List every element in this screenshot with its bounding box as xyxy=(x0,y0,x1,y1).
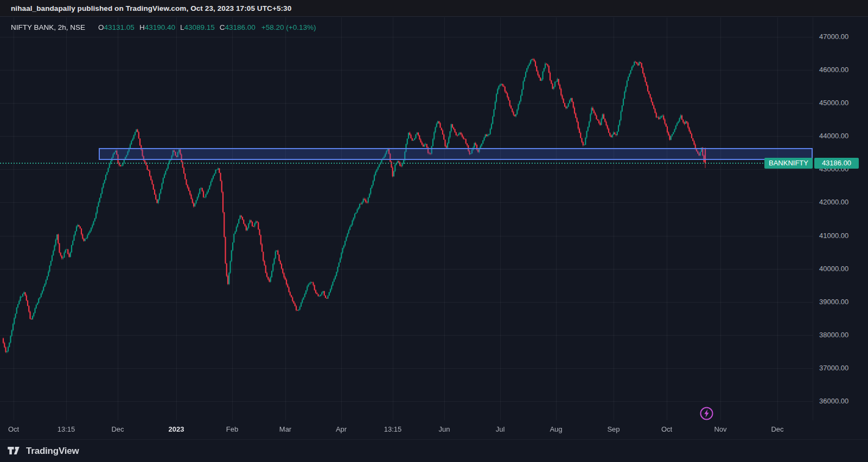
attribution-bar: nihaal_bandapally published on TradingVi… xyxy=(0,0,868,17)
time-label-nov: Nov xyxy=(714,425,726,433)
price-label-40000: 40000.00 xyxy=(819,265,848,273)
legend-symbol: NIFTY BANK, 2h, NSE xyxy=(11,23,85,31)
price-label-41000: 41000.00 xyxy=(819,232,848,240)
ohlc-letter: H xyxy=(139,23,145,31)
price-flag-symbol: BANKNIFTY xyxy=(764,158,813,169)
price-label-42000: 42000.00 xyxy=(819,198,848,206)
time-label-aug: Aug xyxy=(550,425,562,433)
time-label-oct: Oct xyxy=(661,425,672,433)
price-scale[interactable]: 47000.0046000.0045000.0044000.0043000.00… xyxy=(813,17,868,420)
time-label-mar: Mar xyxy=(279,425,291,433)
ohlc-value: 43186.00 xyxy=(225,23,256,31)
candlestick-canvas[interactable] xyxy=(0,17,813,420)
attribution-username: nihaal_bandapally xyxy=(11,4,75,12)
price-label-37000: 37000.00 xyxy=(819,364,848,372)
boost-lightning-icon[interactable] xyxy=(699,406,714,421)
price-label-36000: 36000.00 xyxy=(819,397,848,405)
price-label-38000: 38000.00 xyxy=(819,331,848,339)
footer-bar: TradingView xyxy=(0,439,868,462)
price-label-44000: 44000.00 xyxy=(819,132,848,140)
price-label-45000: 45000.00 xyxy=(819,99,848,107)
tradingview-snapshot: { "attribution": { "username": "nihaal_b… xyxy=(0,0,868,462)
time-label-sep: Sep xyxy=(607,425,620,433)
legend-ohlc-values: O43131.05H43190.40L43089.15C43186.00+58.… xyxy=(98,23,316,31)
time-label-jun: Jun xyxy=(439,425,450,433)
time-label-2023: 2023 xyxy=(169,425,184,433)
price-flag-value: 43186.00 xyxy=(814,158,859,169)
time-label-jul: Jul xyxy=(496,425,505,433)
tradingview-brand-text[interactable]: TradingView xyxy=(26,446,79,457)
ohlc-value: 43089.15 xyxy=(184,23,214,31)
time-label-apr: Apr xyxy=(336,425,347,433)
time-label-feb: Feb xyxy=(226,425,238,433)
price-label-46000: 46000.00 xyxy=(819,66,848,74)
resistance-zone-rectangle[interactable] xyxy=(99,148,813,160)
time-label-dec: Dec xyxy=(771,425,783,433)
time-label-1315: 13:15 xyxy=(384,425,402,433)
time-scale[interactable]: Oct13:15Dec2023FebMarApr13:15JunJulAugSe… xyxy=(0,420,868,439)
time-label-1315: 13:15 xyxy=(58,425,75,433)
chart-area: NIFTY BANK, 2h, NSE O43131.05H43190.40L4… xyxy=(0,17,868,420)
legend-change: +58.20 (+0.13%) xyxy=(261,23,316,31)
ohlc-letter: C xyxy=(220,23,225,31)
tradingview-logo-icon[interactable] xyxy=(7,446,22,455)
ohlc-value: 43131.05 xyxy=(104,23,135,31)
current-price-dotted-line xyxy=(0,163,813,164)
price-label-47000: 47000.00 xyxy=(819,33,848,41)
legend: NIFTY BANK, 2h, NSE O43131.05H43190.40L4… xyxy=(11,22,316,33)
time-label-dec: Dec xyxy=(111,425,124,433)
time-label-oct: Oct xyxy=(8,425,19,433)
ohlc-value: 43190.40 xyxy=(145,23,175,31)
price-label-39000: 39000.00 xyxy=(819,298,848,306)
attribution-text: published on TradingView.com, Oct 23, 20… xyxy=(75,4,292,12)
ohlc-letter: O xyxy=(98,23,104,31)
